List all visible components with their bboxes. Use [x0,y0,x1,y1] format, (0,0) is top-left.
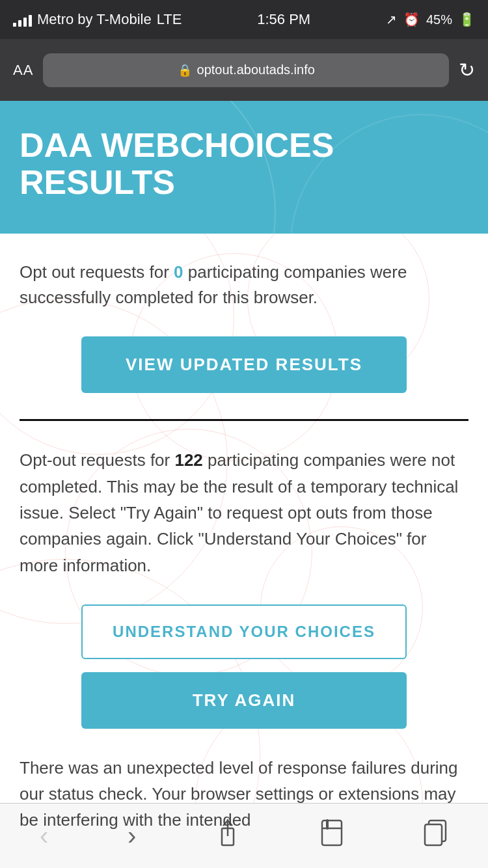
view-updated-results-button[interactable]: VIEW UPDATED RESULTS [81,336,407,393]
page-content: DAA WEBCHOICES RESULTS Opt out requests … [0,101,488,868]
time-label: 1:56 PM [257,11,310,28]
signal-bar-4 [29,15,32,27]
signal-bars [13,12,32,27]
success-pre: Opt out requests for [20,262,174,282]
status-right: ↗ ⏰ 45% 🔋 [386,12,475,27]
error-count: 122 [174,450,202,470]
success-count: 0 [174,262,183,282]
location-icon: ↗ [386,12,397,27]
refresh-button[interactable]: ↻ [459,59,475,81]
signal-bar-3 [23,18,27,27]
browser-bar: AA 🔒 optout.aboutads.info ↻ [0,39,488,101]
carrier-label: Metro by T-Mobile [37,11,152,28]
error-message: Opt-out requests for 122 participating c… [20,447,468,578]
status-left: Metro by T-Mobile LTE [13,11,182,28]
page-title: DAA WEBCHOICES RESULTS [20,127,468,201]
status-bar: Metro by T-Mobile LTE 1:56 PM ↗ ⏰ 45% 🔋 [0,0,488,39]
header-section: DAA WEBCHOICES RESULTS [0,101,488,234]
card-section: Opt out requests for 0 participating com… [0,234,488,868]
aa-text[interactable]: AA [13,62,33,79]
success-message: Opt out requests for 0 participating com… [20,260,468,310]
try-again-button[interactable]: TRY AGAIN [81,672,407,729]
battery-icon: 🔋 [459,12,475,27]
section-divider [20,419,468,421]
lock-icon: 🔒 [178,63,192,77]
error-pre: Opt-out requests for [20,450,174,470]
understand-your-choices-button[interactable]: UNDERSTAND YOUR CHOICES [81,604,407,659]
network-label: LTE [157,11,182,28]
url-bar[interactable]: 🔒 optout.aboutads.info [43,53,449,87]
alarm-icon: ⏰ [403,12,420,27]
signal-bar-2 [18,20,21,27]
failure-message: There was an unexpected level of respons… [20,755,468,834]
url-text: optout.aboutads.info [197,62,315,77]
battery-label: 45% [426,12,452,27]
signal-bar-1 [13,23,16,27]
